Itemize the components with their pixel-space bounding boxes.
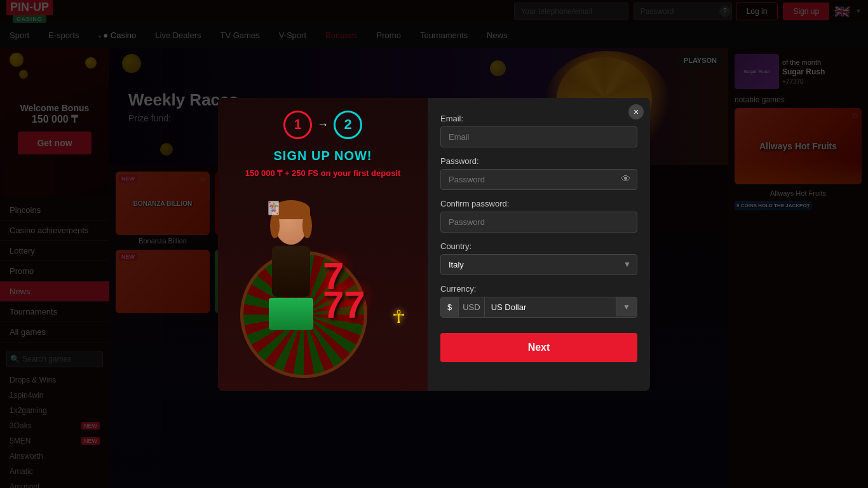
eye-icon[interactable]: 👁 (621, 173, 631, 185)
modal-close-button[interactable]: × (628, 104, 644, 119)
password-label: Password: (440, 156, 637, 166)
confirm-password-group: Confirm password: (440, 199, 637, 233)
ankh-symbol: ☥ (392, 306, 405, 327)
lady-character (253, 207, 329, 365)
sign-up-title: SIGN UP NOW! (274, 149, 372, 163)
step-1-indicator: 1 (283, 111, 312, 139)
currency-dropdown-icon[interactable]: ▼ (616, 297, 637, 316)
confirm-password-label: Confirm password: (440, 199, 637, 208)
email-input[interactable] (440, 126, 637, 147)
cards-decoration: 🃏 (266, 200, 281, 215)
currency-name: US Dollar (485, 297, 616, 317)
modal-decoration: 7 77 ☥ (234, 187, 412, 378)
modal-password-input[interactable] (440, 169, 637, 190)
currency-input-wrap: $ USD US Dollar ▼ (440, 297, 637, 318)
modal-overlay[interactable]: 1 → 2 SIGN UP NOW! 150 000 ₸ + 250 FS on… (0, 0, 868, 488)
currency-group: Currency: $ USD US Dollar ▼ (440, 284, 637, 318)
confirm-password-input[interactable] (440, 212, 637, 233)
bonus-offer-text: 150 000 ₸ + 250 FS on your first deposit (245, 168, 401, 178)
modal-form-panel: × Email: Password: 👁 Confirm password: C… (428, 98, 650, 391)
signup-modal: 1 → 2 SIGN UP NOW! 150 000 ₸ + 250 FS on… (218, 98, 650, 391)
email-label: Email: (440, 114, 637, 123)
step-2-indicator: 2 (334, 111, 362, 139)
currency-symbol: $ (441, 297, 459, 317)
step-arrow-icon: → (317, 118, 329, 132)
modal-left-panel: 1 → 2 SIGN UP NOW! 150 000 ₸ + 250 FS on… (218, 98, 428, 391)
password-group: Password: 👁 (440, 156, 637, 190)
currency-code: USD (459, 297, 484, 317)
country-select[interactable]: Italy United States Germany France (440, 254, 637, 275)
country-select-wrap: Italy United States Germany France ▼ (440, 254, 637, 275)
next-button[interactable]: Next (440, 333, 637, 362)
country-group: Country: Italy United States Germany Fra… (440, 241, 637, 275)
country-label: Country: (440, 241, 637, 251)
step-indicator: 1 → 2 (283, 111, 362, 139)
password-input-wrap: 👁 (440, 169, 637, 190)
currency-label: Currency: (440, 284, 637, 294)
email-group: Email: (440, 114, 637, 147)
